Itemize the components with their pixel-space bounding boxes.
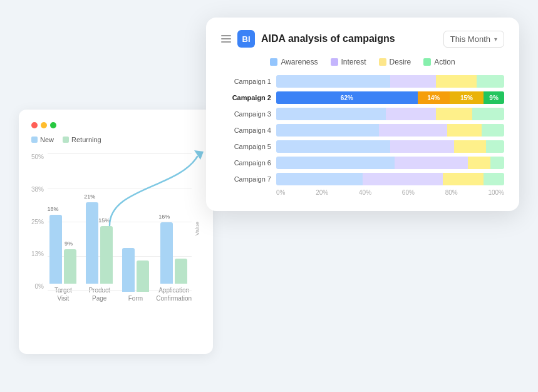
campaign-row: Campaign 6 xyxy=(221,157,504,169)
x-axis-label: 0% xyxy=(276,189,285,196)
x-axis-labels: 0%20%40%60%80%100% xyxy=(276,189,504,196)
legend-awareness: Awareness xyxy=(270,58,318,66)
x-axis-label: 20% xyxy=(316,189,328,196)
hbar-segment xyxy=(276,75,390,88)
campaign-label: Campaign 2 xyxy=(221,94,271,101)
returning-color xyxy=(63,137,69,143)
campaign-row: Campaign 1 xyxy=(221,75,504,88)
campaign-row: Campaign 262%14%15%9% xyxy=(221,91,504,104)
hbar-segment xyxy=(276,124,379,137)
hbar-segment xyxy=(484,173,504,185)
hbar-track xyxy=(276,75,504,88)
close-dot xyxy=(31,122,38,128)
hbar-track xyxy=(276,108,504,120)
hbar-segment xyxy=(276,157,395,169)
hbar-track xyxy=(276,173,504,185)
campaign-label: Campaign 6 xyxy=(221,159,271,167)
hbar-track xyxy=(276,157,504,169)
legend-returning: Returning xyxy=(63,136,101,143)
bar-new xyxy=(49,215,62,284)
bg-legend: New Returning xyxy=(31,136,200,143)
campaign-row: Campaign 4 xyxy=(221,124,504,137)
awareness-label: Awareness xyxy=(281,58,318,66)
hbar-segment xyxy=(454,140,486,153)
hbar-segment xyxy=(482,124,504,137)
main-aida-card: BI AIDA analysis of campaigns This Month… xyxy=(206,18,519,211)
expand-dot xyxy=(50,122,56,128)
hbar-segment xyxy=(390,75,436,88)
interest-color xyxy=(331,58,338,66)
hbar-segment xyxy=(486,140,504,153)
hbar-segment xyxy=(379,124,447,137)
new-color xyxy=(31,137,38,143)
campaign-label: Campaign 1 xyxy=(221,78,271,85)
aida-legend: Awareness Interest Desire Action xyxy=(221,58,504,66)
hbar-segment xyxy=(443,173,484,185)
hbar-segment xyxy=(390,140,454,153)
hbar-segment: 9% xyxy=(484,91,504,104)
new-label: New xyxy=(40,136,54,143)
hamburger-icon[interactable] xyxy=(221,35,231,43)
legend-new: New xyxy=(31,136,54,143)
campaign-label: Campaign 5 xyxy=(221,143,271,150)
card-header: BI AIDA analysis of campaigns This Month… xyxy=(221,30,504,48)
hbar-segment xyxy=(447,124,482,137)
y-axis-title: Value xyxy=(192,222,200,235)
action-label: Action xyxy=(434,58,455,66)
hbar-segment xyxy=(477,75,504,88)
hbar-chart: Campaign 1Campaign 262%14%15%9%Campaign … xyxy=(221,75,504,185)
minimize-dot xyxy=(41,122,47,128)
bi-logo: BI xyxy=(237,30,255,48)
campaign-label: Campaign 4 xyxy=(221,126,271,134)
returning-label: Returning xyxy=(71,136,101,143)
hbar-segment xyxy=(436,108,472,120)
x-axis: 0%20%40%60%80%100% xyxy=(276,189,504,196)
hbar-segment xyxy=(363,173,442,185)
hbar-track xyxy=(276,124,504,137)
y-axis: 50% 38% 25% 13% 0% xyxy=(31,153,48,304)
campaign-row: Campaign 5 xyxy=(221,140,504,153)
bar-form: Form xyxy=(120,248,152,302)
x-axis-label: 80% xyxy=(445,189,458,196)
hbar-segment xyxy=(276,140,390,153)
awareness-color xyxy=(270,58,277,66)
desire-color xyxy=(379,58,386,66)
hbar-segment xyxy=(276,173,363,185)
hbar-segment xyxy=(472,108,504,120)
hbar-track: 62%14%15%9% xyxy=(276,91,504,104)
legend-desire: Desire xyxy=(379,58,411,66)
hbar-segment: 62% xyxy=(276,91,418,104)
bar-ret xyxy=(64,249,76,284)
action-color xyxy=(423,58,431,66)
desire-label: Desire xyxy=(390,58,411,66)
hbar-track xyxy=(276,140,504,153)
campaign-label: Campaign 7 xyxy=(221,175,271,183)
campaign-label: Campaign 3 xyxy=(221,110,271,118)
campaign-row: Campaign 7 xyxy=(221,173,504,185)
card-title: AIDA analysis of campaigns xyxy=(261,33,395,44)
legend-interest: Interest xyxy=(331,58,366,66)
interest-label: Interest xyxy=(341,58,366,66)
window-controls xyxy=(31,122,200,128)
hbar-segment: 15% xyxy=(450,91,484,104)
month-dropdown[interactable]: This Month ▾ xyxy=(443,31,504,48)
background-card: New Returning 50% 38% 25% 13% 0% xyxy=(19,110,213,354)
chevron-down-icon: ▾ xyxy=(494,36,497,43)
hbar-segment xyxy=(386,108,436,120)
x-axis-label: 100% xyxy=(488,189,504,196)
hbar-segment xyxy=(276,108,386,120)
hbar-segment: 14% xyxy=(418,91,450,104)
hbar-segment xyxy=(468,157,490,169)
x-axis-label: 40% xyxy=(359,189,371,196)
hbar-segment xyxy=(395,157,467,169)
dropdown-label: This Month xyxy=(450,34,490,44)
header-left: BI AIDA analysis of campaigns xyxy=(221,30,395,48)
campaign-row: Campaign 3 xyxy=(221,108,504,120)
x-axis-label: 60% xyxy=(402,189,415,196)
hbar-segment xyxy=(490,157,504,169)
legend-action: Action xyxy=(423,58,455,66)
hbar-segment xyxy=(436,75,477,88)
